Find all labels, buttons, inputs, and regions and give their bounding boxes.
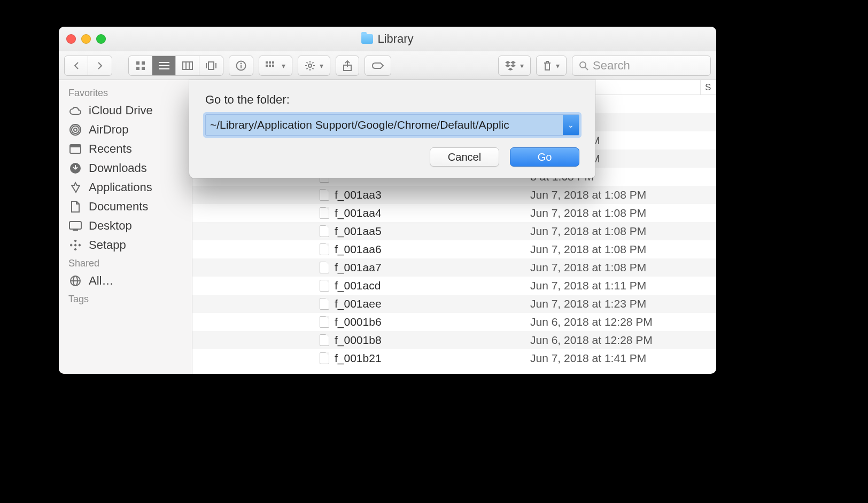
sidebar-item-setapp[interactable]: Setapp bbox=[59, 235, 192, 255]
sidebar-section-header: Tags bbox=[59, 290, 192, 307]
downloads-icon bbox=[68, 162, 82, 174]
sidebar-item-documents[interactable]: Documents bbox=[59, 197, 192, 216]
sidebar-item-applications[interactable]: Applications bbox=[59, 178, 192, 197]
svg-rect-44 bbox=[70, 243, 73, 247]
group-button[interactable]: ▾ bbox=[259, 56, 292, 76]
view-list-button[interactable] bbox=[152, 56, 176, 75]
svg-rect-19 bbox=[266, 65, 268, 67]
file-date: Jun 6, 2018 at 12:28 PM bbox=[524, 316, 700, 328]
file-date: Jun 7, 2018 at 1:11 PM bbox=[524, 279, 700, 292]
svg-rect-3 bbox=[142, 67, 145, 70]
sheet-label: Go to the folder: bbox=[205, 93, 579, 107]
view-icon-button[interactable] bbox=[129, 56, 152, 75]
file-name: f_001aa4 bbox=[335, 207, 382, 219]
view-gallery-button[interactable] bbox=[199, 56, 223, 75]
file-name: f_001aa7 bbox=[335, 261, 382, 274]
file-date: Jun 6, 2018 at 12:28 PM bbox=[524, 334, 700, 347]
forward-button[interactable] bbox=[88, 56, 112, 75]
svg-rect-45 bbox=[78, 243, 81, 247]
file-icon bbox=[320, 189, 329, 201]
file-name: f_0001b8 bbox=[335, 334, 382, 347]
svg-rect-2 bbox=[136, 67, 140, 70]
file-icon bbox=[320, 207, 329, 219]
go-to-folder-sheet: Go to the folder: ⌄ Cancel Go bbox=[189, 80, 595, 178]
share-button[interactable] bbox=[336, 56, 359, 76]
info-button[interactable] bbox=[229, 56, 253, 76]
file-row[interactable]: f_001aeeJun 7, 2018 at 1:23 PM bbox=[192, 295, 716, 313]
file-row[interactable]: f_001aa3Jun 7, 2018 at 1:08 PM bbox=[192, 186, 716, 204]
file-icon bbox=[320, 262, 329, 273]
sidebar-item-label: iCloud Drive bbox=[89, 104, 153, 117]
svg-point-35 bbox=[72, 126, 79, 133]
action-button[interactable]: ▾ bbox=[298, 56, 330, 76]
file-row[interactable]: f_001b21Jun 7, 2018 at 1:41 PM bbox=[192, 349, 716, 367]
file-icon bbox=[320, 316, 329, 328]
zoom-window-button[interactable] bbox=[96, 34, 106, 44]
sidebar: FavoritesiCloud DriveAirDropRecentsDownl… bbox=[59, 80, 192, 374]
svg-point-32 bbox=[580, 62, 586, 68]
sidebar-item-all-[interactable]: All… bbox=[59, 271, 192, 290]
minimize-window-button[interactable] bbox=[81, 34, 91, 44]
view-mode-segment bbox=[128, 56, 223, 76]
file-name: f_001acd bbox=[335, 279, 381, 292]
file-name: f_001aa6 bbox=[335, 243, 382, 256]
svg-rect-5 bbox=[159, 65, 169, 66]
sidebar-item-downloads[interactable]: Downloads bbox=[59, 159, 192, 178]
path-history-dropdown[interactable]: ⌄ bbox=[563, 115, 579, 135]
svg-rect-1 bbox=[142, 61, 145, 65]
file-row[interactable]: f_0001b8Jun 6, 2018 at 12:28 PM bbox=[192, 331, 716, 349]
dropbox-button[interactable]: ▾ bbox=[498, 56, 531, 76]
sidebar-item-label: Documents bbox=[89, 200, 148, 214]
file-icon bbox=[320, 334, 329, 346]
apps-icon bbox=[68, 182, 82, 193]
cancel-button[interactable]: Cancel bbox=[430, 147, 499, 167]
sidebar-item-desktop[interactable]: Desktop bbox=[59, 216, 192, 235]
svg-rect-7 bbox=[183, 62, 192, 69]
search-field[interactable]: Search bbox=[572, 56, 711, 76]
file-icon bbox=[320, 243, 329, 255]
file-row[interactable]: f_001acdJun 7, 2018 at 1:11 PM bbox=[192, 277, 716, 295]
column-size[interactable]: S bbox=[700, 80, 716, 95]
sidebar-item-airdrop[interactable]: AirDrop bbox=[59, 120, 192, 139]
sidebar-item-icloud-drive[interactable]: iCloud Drive bbox=[59, 101, 192, 120]
svg-line-29 bbox=[307, 68, 308, 69]
info-icon bbox=[236, 60, 246, 71]
svg-rect-18 bbox=[272, 61, 274, 64]
file-date: Jun 7, 2018 at 1:08 PM bbox=[524, 225, 700, 238]
file-row[interactable]: f_001aa7Jun 7, 2018 at 1:08 PM bbox=[192, 258, 716, 277]
sidebar-item-recents[interactable]: Recents bbox=[59, 139, 192, 159]
file-row[interactable]: f_001aa4Jun 7, 2018 at 1:08 PM bbox=[192, 204, 716, 222]
svg-rect-40 bbox=[69, 222, 81, 229]
svg-line-28 bbox=[313, 68, 314, 69]
file-row[interactable]: f_0001b6Jun 6, 2018 at 12:28 PM bbox=[192, 313, 716, 331]
file-name: f_0001b6 bbox=[335, 316, 382, 328]
svg-rect-17 bbox=[269, 61, 271, 64]
svg-line-30 bbox=[313, 62, 314, 63]
svg-point-22 bbox=[308, 64, 312, 67]
tags-button[interactable] bbox=[365, 56, 391, 76]
back-button[interactable] bbox=[65, 56, 88, 75]
sidebar-item-label: AirDrop bbox=[89, 123, 129, 137]
folder-path-input[interactable] bbox=[206, 115, 563, 135]
file-date: Jun 7, 2018 at 1:08 PM bbox=[524, 207, 700, 219]
svg-rect-4 bbox=[159, 62, 169, 63]
svg-line-33 bbox=[585, 67, 588, 70]
file-name: f_001b21 bbox=[335, 352, 382, 365]
file-row[interactable]: f_001aa5Jun 7, 2018 at 1:08 PM bbox=[192, 222, 716, 240]
titlebar: Library bbox=[59, 27, 716, 51]
folder-icon bbox=[361, 34, 373, 44]
file-date: Jun 7, 2018 at 1:41 PM bbox=[524, 352, 700, 365]
trash-icon bbox=[543, 60, 552, 71]
svg-rect-10 bbox=[208, 62, 214, 69]
close-window-button[interactable] bbox=[66, 34, 76, 44]
file-name: f_001aa3 bbox=[335, 188, 382, 201]
go-button[interactable]: Go bbox=[510, 147, 579, 167]
file-row[interactable]: f_001aa6Jun 7, 2018 at 1:08 PM bbox=[192, 240, 716, 258]
search-icon bbox=[579, 61, 588, 70]
sidebar-item-label: Setapp bbox=[89, 238, 126, 252]
tag-icon bbox=[371, 61, 384, 70]
view-column-button[interactable] bbox=[176, 56, 199, 75]
trash-menu-button[interactable]: ▾ bbox=[536, 56, 567, 76]
sidebar-section-header: Shared bbox=[59, 255, 192, 271]
chevron-down-icon: ▾ bbox=[282, 61, 285, 70]
